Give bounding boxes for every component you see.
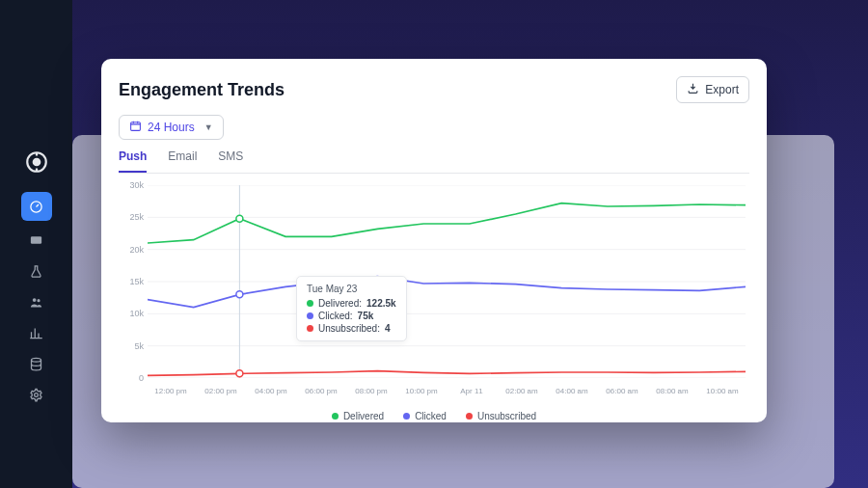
dot-icon (307, 325, 313, 332)
svg-point-5 (37, 299, 40, 302)
x-tick: 12:00 pm (148, 387, 194, 395)
x-tick: 02:00 am (499, 387, 545, 395)
dot-icon (307, 300, 313, 307)
line-chart[interactable] (148, 185, 746, 378)
app-logo-icon (24, 149, 49, 175)
y-tick: 20k (117, 245, 144, 255)
nav-settings[interactable] (19, 383, 54, 406)
x-tick: 10:00 am (699, 387, 746, 395)
nav-messages[interactable] (19, 229, 54, 252)
y-tick: 10k (117, 309, 144, 318)
chevron-down-icon: ▼ (204, 122, 213, 132)
nav-users[interactable] (19, 290, 54, 313)
y-tick: 30k (117, 180, 144, 190)
x-tick: 04:00 pm (248, 387, 294, 395)
svg-point-19 (236, 370, 243, 377)
x-tick: 02:00 pm (198, 387, 244, 395)
svg-point-6 (32, 358, 41, 362)
channel-tabs: Push Email SMS (119, 149, 749, 174)
x-tick: 08:00 am (649, 387, 695, 395)
tab-push[interactable]: Push (119, 149, 147, 173)
dot-icon (403, 413, 410, 420)
export-button[interactable]: Export (676, 76, 749, 103)
time-range-picker[interactable]: 24 Hours ▼ (119, 115, 224, 140)
y-tick: 15k (117, 277, 144, 286)
dot-icon (332, 413, 339, 420)
export-label: Export (705, 83, 739, 96)
dot-icon (307, 312, 313, 319)
nav-experiments[interactable] (19, 259, 54, 283)
chart-legend: Delivered Clicked Unsubscribed (119, 411, 749, 421)
svg-point-1 (33, 159, 40, 166)
svg-point-7 (35, 393, 39, 396)
svg-rect-8 (131, 122, 141, 131)
x-tick: 04:00 am (549, 387, 595, 395)
time-range-label: 24 Hours (148, 121, 195, 134)
y-tick: 25k (117, 212, 144, 222)
nav-dashboard[interactable] (21, 192, 52, 221)
dot-icon (466, 413, 473, 420)
svg-point-18 (236, 291, 243, 298)
tooltip-date: Tue May 23 (307, 284, 396, 294)
tab-email[interactable]: Email (168, 149, 197, 173)
x-tick: 06:00 pm (298, 387, 344, 395)
x-tick: 06:00 am (599, 387, 645, 395)
tab-sms[interactable]: SMS (218, 149, 243, 173)
svg-point-17 (236, 215, 243, 222)
x-tick: 08:00 pm (348, 387, 394, 395)
x-tick: 10:00 pm (398, 387, 445, 395)
y-tick: 0 (117, 373, 144, 383)
export-icon (687, 82, 699, 97)
x-tick: Apr 11 (448, 387, 495, 395)
calendar-icon (129, 120, 142, 135)
svg-point-4 (33, 298, 37, 302)
nav-data[interactable] (19, 352, 54, 375)
engagement-modal: Engagement Trends Export 24 Hours ▼ Push… (101, 59, 767, 422)
y-tick: 5k (117, 341, 144, 351)
sidebar (0, 0, 72, 488)
nav-analytics[interactable] (19, 321, 54, 344)
chart-tooltip: Tue May 23 Delivered: 122.5k Clicked: 75… (296, 276, 407, 341)
x-axis-labels: 12:00 pm02:00 pm04:00 pm06:00 pm08:00 pm… (148, 387, 746, 395)
chart-area: 05k10k15k20k25k30k 12:00 pm02:00 pm04:00… (119, 179, 749, 401)
page-title: Engagement Trends (119, 80, 285, 100)
svg-rect-3 (31, 236, 41, 244)
